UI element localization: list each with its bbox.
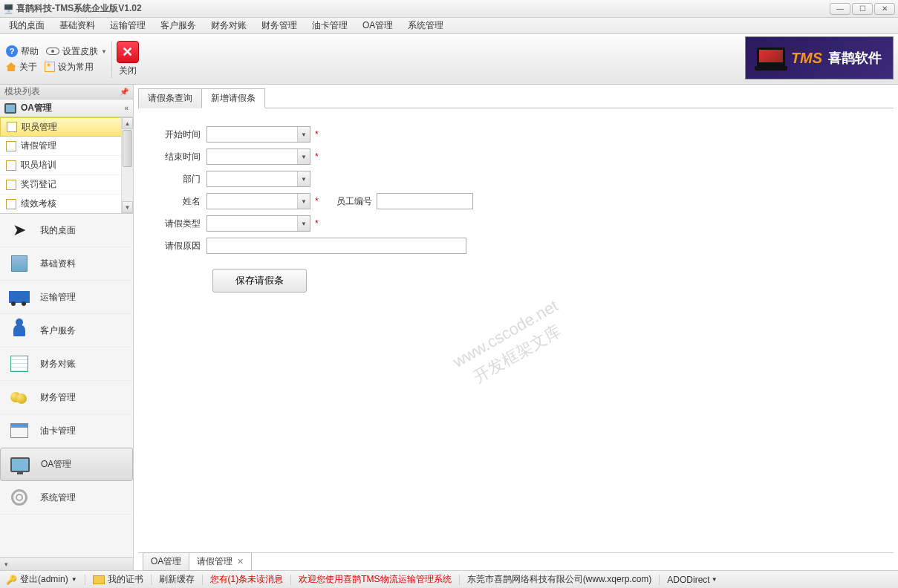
nav-finance-mgmt[interactable]: 财务管理 — [0, 381, 133, 414]
menu-system[interactable]: 系统管理 — [405, 18, 446, 33]
skin-button[interactable]: 设置皮肤▼ — [46, 45, 107, 58]
menu-finance-mgmt[interactable]: 财务管理 — [258, 18, 300, 33]
favorite-label: 设为常用 — [58, 61, 94, 74]
chevron-down-icon[interactable]: ▼ — [297, 172, 310, 186]
required-icon: * — [315, 196, 319, 206]
book-icon — [9, 254, 30, 273]
scroll-up-icon[interactable]: ▲ — [122, 117, 133, 129]
body-area: 模块列表 📌 OA管理 « 职员管理 请假管理 职员培训 奖罚登记 绩效考核 ▲… — [0, 85, 898, 570]
status-separator — [659, 575, 660, 585]
sidebar-item-training[interactable]: 职员培训 — [0, 156, 133, 175]
sidebar-bottom[interactable]: ▾ — [0, 557, 133, 570]
label-dept: 部门 — [147, 173, 206, 186]
nav-oa[interactable]: OA管理 — [0, 448, 133, 481]
tab-leave-new[interactable]: 新增请假条 — [201, 88, 265, 108]
menu-oilcard[interactable]: 油卡管理 — [309, 18, 351, 33]
nav-transport[interactable]: 运输管理 — [0, 281, 133, 314]
maximize-button[interactable]: ☐ — [852, 3, 873, 15]
sidebar-item-label: 职员培训 — [21, 159, 56, 172]
end-datetime-combo[interactable]: ▼ — [206, 148, 310, 165]
menu-finance-recon[interactable]: 财务对账 — [208, 18, 250, 33]
help-button[interactable]: ?帮助 — [6, 45, 39, 58]
brand-text: 喜鹊软件 — [828, 49, 882, 67]
doc-icon — [7, 122, 17, 132]
nav-label: 财务对账 — [40, 358, 76, 370]
nav-system[interactable]: 系统管理 — [0, 481, 133, 514]
about-button[interactable]: 关于 — [6, 61, 37, 74]
sidebar-item-label: 绩效考核 — [21, 197, 56, 210]
btab-leave[interactable]: 请假管理✕ — [189, 552, 252, 571]
doc-icon — [6, 141, 16, 151]
doc-icon — [6, 180, 16, 190]
window-title: 喜鹊科技-TMS系统企业版V1.02 — [16, 2, 830, 15]
tab-leave-query[interactable]: 请假条查询 — [138, 88, 202, 108]
pin-icon[interactable]: 📌 — [120, 88, 128, 96]
nav-basedata[interactable]: 基础资料 — [0, 247, 133, 281]
sidebar-group-title: OA管理 — [21, 102, 52, 114]
watermark-url: www.cscode.net — [449, 295, 562, 373]
menu-transport[interactable]: 运输管理 — [107, 18, 149, 33]
watermark-text: 开发框架文库 — [460, 315, 573, 393]
name-combo[interactable]: ▼ — [206, 193, 310, 209]
label-start: 开始时间 — [147, 128, 206, 141]
leave-type-combo[interactable]: ▼ — [206, 215, 310, 232]
sidebar-item-label: 奖罚登记 — [21, 178, 56, 191]
reason-input[interactable] — [206, 238, 466, 254]
nav-finance-recon[interactable]: 财务对账 — [0, 347, 133, 381]
close-window-button[interactable]: ✕ — [874, 3, 895, 15]
sidebar-item-perf[interactable]: 绩效考核 — [0, 195, 133, 214]
sidebar-group-header[interactable]: OA管理 « — [0, 99, 133, 117]
bottom-tabs: OA管理 请假管理✕ — [138, 552, 894, 570]
scroll-thumb[interactable] — [123, 130, 132, 167]
sidebar-item-reward[interactable]: 奖罚登记 — [0, 175, 133, 195]
chevron-down-icon[interactable]: ▼ — [297, 127, 310, 142]
sidebar-item-leave[interactable]: 请假管理 — [0, 137, 133, 156]
refresh-button[interactable]: 刷新缓存 — [159, 573, 195, 586]
btab-label: OA管理 — [151, 555, 181, 568]
minimize-button[interactable]: — — [830, 3, 850, 15]
sidebar-header-label: 模块列表 — [4, 85, 40, 98]
refresh-label: 刷新缓存 — [159, 573, 195, 586]
nav-oilcard[interactable]: 油卡管理 — [0, 414, 133, 448]
cert-label: 我的证书 — [108, 573, 143, 586]
close-tab-icon[interactable]: ✕ — [237, 557, 244, 566]
sidebar-item-staff[interactable]: 职员管理 — [0, 117, 133, 137]
db-label: ADODirect — [667, 575, 709, 585]
chevron-down-icon[interactable]: ▼ — [297, 194, 310, 209]
menu-customer[interactable]: 客户服务 — [157, 18, 199, 33]
db-combo[interactable]: ADODirect▼ — [667, 575, 717, 585]
chevron-down-icon[interactable]: ▼ — [297, 149, 310, 164]
menu-desktop[interactable]: 我的桌面 — [6, 18, 48, 33]
dept-combo[interactable]: ▼ — [206, 171, 310, 187]
coins-icon — [9, 388, 30, 407]
favorite-button[interactable]: 设为常用 — [45, 61, 94, 74]
save-button[interactable]: 保存请假条 — [212, 269, 307, 293]
close-button[interactable]: ✕ — [117, 41, 139, 63]
menu-oa[interactable]: OA管理 — [359, 18, 396, 33]
logout-button[interactable]: 🔑登出(admin)▼ — [6, 573, 77, 586]
cursor-icon: ➤ — [9, 220, 30, 240]
status-separator — [202, 575, 203, 585]
toolbar: ?帮助 设置皮肤▼ 关于 设为常用 ✕ 关闭 TMS 喜鹊软件 — [0, 34, 898, 85]
form-area: 开始时间 ▼ * 结束时间 ▼ * 部门 ▼ 姓名 ▼ * 员工编号 请假类型 — [138, 108, 894, 552]
monitor-icon — [4, 103, 16, 114]
nav-desktop[interactable]: ➤我的桌面 — [0, 214, 133, 247]
chevron-down-icon[interactable]: ▼ — [297, 216, 310, 231]
brand-tms: TMS — [791, 50, 822, 67]
scroll-track[interactable] — [122, 168, 133, 201]
eye-icon — [46, 48, 59, 55]
empno-input[interactable] — [377, 193, 473, 209]
cert-button[interactable]: 我的证书 — [93, 573, 143, 586]
scroll-down-icon[interactable]: ▼ — [122, 201, 133, 213]
sidebar-nav: ➤我的桌面 基础资料 运输管理 客户服务 财务对账 财务管理 油卡管理 OA管理… — [0, 214, 133, 557]
menu-basedata[interactable]: 基础资料 — [56, 18, 98, 33]
welcome-label: 欢迎您使用喜鹊TMS物流运输管理系统 — [299, 573, 451, 586]
start-datetime-combo[interactable]: ▼ — [206, 126, 310, 143]
nav-label: OA管理 — [41, 458, 71, 471]
unread-msg[interactable]: 您有(1)条未读消息 — [210, 573, 284, 586]
btab-oa[interactable]: OA管理 — [143, 552, 189, 571]
nav-customer[interactable]: 客户服务 — [0, 314, 133, 347]
tab-label: 请假条查询 — [148, 93, 192, 103]
chevron-down-icon: ▾ — [4, 561, 8, 568]
tree-scrollbar[interactable]: ▲ ▼ — [121, 117, 133, 213]
